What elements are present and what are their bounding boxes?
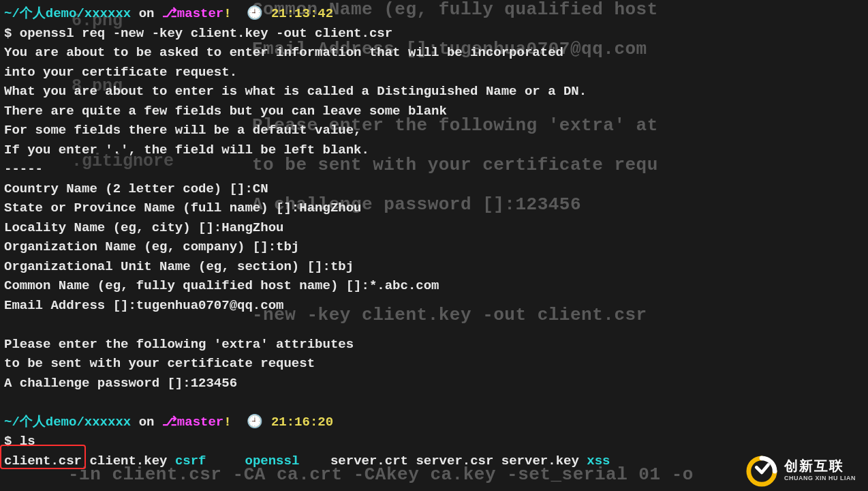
dir: csrf: [175, 453, 206, 468]
output-line: If you enter '.', the field will be left…: [4, 140, 868, 160]
prompt-symbol: $: [4, 26, 20, 41]
command-line[interactable]: $ ls: [4, 432, 868, 451]
file: client.key: [89, 453, 167, 468]
file: server.key: [501, 453, 579, 468]
watermark-logo-icon: [746, 456, 777, 487]
output-line: What you are about to enter is what is c…: [4, 82, 868, 102]
watermark: 创新互联 CHUANG XIN HU LIAN: [746, 456, 856, 487]
dir: xss: [587, 453, 610, 468]
output-line: A challenge password []:123456: [4, 374, 868, 393]
output-line: There are quite a few fields but you can…: [4, 102, 868, 121]
output-line: Country Name (2 letter code) []:CN: [4, 179, 868, 199]
clock-icon: 🕘: [247, 415, 263, 430]
branch-icon: ⎇: [162, 415, 177, 430]
watermark-title: 创新互联: [784, 459, 856, 473]
command-text: openssl req -new -key client.key -out cl…: [20, 26, 392, 41]
output-line: Please enter the following 'extra' attri…: [4, 335, 868, 355]
prompt-path: ~/个人demo/xxxxxx: [4, 415, 131, 430]
file: server.crt: [330, 453, 408, 468]
watermark-subtitle: CHUANG XIN HU LIAN: [784, 474, 856, 483]
output-line: Organization Name (eg, company) []:tbj: [4, 237, 868, 257]
prompt-path: ~/个人demo/xxxxxx: [4, 6, 131, 21]
output-line: You are about to be asked to enter infor…: [4, 43, 868, 63]
output-line: into your certificate request.: [4, 63, 868, 83]
prompt-on: on: [131, 6, 162, 21]
file: server.csr: [416, 453, 493, 468]
branch-name: master: [177, 415, 223, 430]
output-line: Locality Name (eg, city) []:HangZhou: [4, 218, 868, 238]
branch-dirty: !: [223, 6, 231, 21]
terminal[interactable]: ~/个人demo/xxxxxx on ⎇master! 🕘 21:13:42 $…: [4, 4, 868, 471]
output-line: Email Address []:tugenhua0707@qq.com: [4, 296, 868, 316]
output-blank: [4, 393, 868, 413]
prompt-symbol: $: [4, 434, 20, 449]
prompt-time: 21:13:42: [271, 6, 333, 21]
clock-icon: 🕘: [247, 6, 263, 21]
ls-output: client.csr client.key csrf openssl serve…: [4, 451, 868, 471]
output-line: to be sent with your certificate request: [4, 354, 868, 374]
output-line: For some fields there will be a default …: [4, 121, 868, 140]
output-line: Organizational Unit Name (eg, section) […: [4, 257, 868, 277]
command-line[interactable]: $ openssl req -new -key client.key -out …: [4, 24, 868, 44]
file: client.csr: [4, 453, 82, 468]
output-line: Common Name (eg, fully qualified host na…: [4, 276, 868, 296]
dir: openssl: [245, 453, 300, 468]
branch-icon: ⎇: [162, 6, 177, 21]
output-blank: [4, 315, 868, 335]
branch-dirty: !: [223, 415, 231, 430]
branch-name: master: [177, 6, 223, 21]
prompt-on: on: [131, 415, 162, 430]
prompt-line: ~/个人demo/xxxxxx on ⎇master! 🕘 21:13:42: [4, 4, 868, 24]
prompt-time: 21:16:20: [271, 415, 333, 430]
command-text: ls: [20, 434, 35, 449]
output-line: -----: [4, 160, 868, 179]
output-line: State or Province Name (full name) []:Ha…: [4, 198, 868, 218]
prompt-line: ~/个人demo/xxxxxx on ⎇master! 🕘 21:16:20: [4, 413, 868, 432]
